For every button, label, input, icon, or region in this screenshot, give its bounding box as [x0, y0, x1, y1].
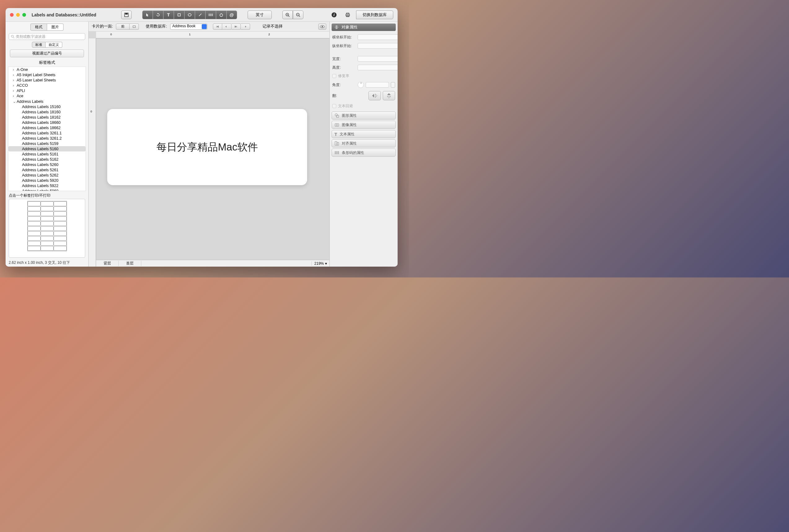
- preview-cell[interactable]: [41, 201, 54, 206]
- text-wrap-checkbox[interactable]: [332, 104, 336, 108]
- tab-image[interactable]: 图片: [47, 23, 63, 31]
- canvas[interactable]: 0 1 2 0 每日分享精品Mac软件 背层 首层 219%: [89, 32, 329, 267]
- tree-parent[interactable]: Ace: [8, 93, 86, 98]
- preview-cell[interactable]: [27, 236, 41, 241]
- zoom-button[interactable]: [22, 13, 26, 17]
- tree-child[interactable]: Address Labels 18160: [8, 109, 86, 115]
- tree-parent[interactable]: A-One: [8, 67, 86, 72]
- angle-input[interactable]: [366, 82, 389, 88]
- label-tree[interactable]: A-One A5 Inkjet Label Sheets A5 Laser La…: [8, 66, 86, 191]
- preview-toggle[interactable]: [318, 23, 326, 30]
- tree-child[interactable]: Address Labels 18660: [8, 120, 86, 125]
- preview-cell[interactable]: [27, 231, 41, 236]
- preview-cell[interactable]: [41, 241, 54, 246]
- preview-cell[interactable]: [41, 206, 54, 211]
- tree-parent[interactable]: ACCO: [8, 83, 86, 88]
- angle-dial[interactable]: [357, 82, 364, 88]
- preview-cell[interactable]: [54, 211, 67, 216]
- line-tool[interactable]: [195, 11, 205, 19]
- counter-tool[interactable]: [216, 11, 226, 19]
- tab-back-layer[interactable]: 背层: [96, 261, 119, 266]
- tree-child[interactable]: Address Labels 18162: [8, 115, 86, 120]
- preview-cell[interactable]: [54, 201, 67, 206]
- label-preview[interactable]: [9, 199, 85, 258]
- preview-cell[interactable]: [41, 211, 54, 216]
- tree-child[interactable]: Address Labels 5261: [8, 167, 86, 172]
- tree-child[interactable]: Address Labels 15160: [8, 104, 86, 109]
- flip-h-button[interactable]: [368, 91, 381, 100]
- close-button[interactable]: [10, 13, 14, 17]
- seg-standard[interactable]: 标准: [32, 42, 45, 48]
- preview-cell[interactable]: [41, 246, 54, 251]
- tree-child[interactable]: Address Labels 5160: [8, 146, 86, 151]
- ellipse-tool[interactable]: [184, 11, 195, 19]
- zoom-in-button[interactable]: [282, 11, 293, 19]
- flip-v-button[interactable]: [383, 91, 395, 100]
- preview-cell[interactable]: [41, 226, 54, 231]
- barcode-props-section[interactable]: 条形码的属性: [332, 149, 396, 157]
- switch-database-button[interactable]: 切换到数据库: [356, 11, 393, 19]
- seg-custom[interactable]: 自定义: [45, 42, 62, 48]
- preview-cell[interactable]: [41, 221, 54, 226]
- text-props-section[interactable]: T文本属性: [332, 130, 396, 138]
- preview-cell[interactable]: [54, 246, 67, 251]
- preview-cell[interactable]: [54, 236, 67, 241]
- nav-next-button[interactable]: [232, 23, 241, 30]
- preview-cell[interactable]: [54, 226, 67, 231]
- unit-button[interactable]: 英寸: [247, 11, 272, 19]
- tree-child[interactable]: Address Labels 5920: [8, 178, 86, 183]
- rect-tool[interactable]: [174, 11, 184, 19]
- tree-child[interactable]: Address Labels 3261.1: [8, 130, 86, 136]
- tree-child[interactable]: Address Labels 3261.2: [8, 136, 86, 141]
- preview-cell[interactable]: [27, 241, 41, 246]
- link-tool[interactable]: @: [226, 11, 237, 19]
- preview-cell[interactable]: [27, 206, 41, 211]
- tree-parent-expanded[interactable]: Address Labels: [8, 98, 86, 104]
- preview-cell[interactable]: [41, 216, 54, 221]
- preview-cell[interactable]: [27, 221, 41, 226]
- tree-child[interactable]: Address Labels 5161: [8, 151, 86, 157]
- preview-cell[interactable]: [54, 206, 67, 211]
- image-props-section[interactable]: 图像属性: [332, 121, 396, 129]
- side-back-button[interactable]: [130, 23, 139, 30]
- x-input[interactable]: [357, 34, 398, 40]
- side-front-button[interactable]: 前: [116, 23, 130, 30]
- preview-cell[interactable]: [27, 201, 41, 206]
- shape-props-section[interactable]: 图形属性: [332, 112, 396, 119]
- label-card[interactable]: 每日分享精品Mac软件: [107, 109, 307, 185]
- view-by-product-button[interactable]: 视图通过产品编号: [10, 50, 84, 57]
- text-tool[interactable]: T: [163, 11, 174, 19]
- width-input[interactable]: [357, 56, 398, 62]
- preview-cell[interactable]: [41, 231, 54, 236]
- nav-prev-button[interactable]: [222, 23, 232, 30]
- tree-child[interactable]: Address Labels 5162: [8, 157, 86, 162]
- zoom-control[interactable]: 219% ▾: [311, 261, 329, 266]
- barcode-tool[interactable]: [205, 11, 216, 19]
- tab-format[interactable]: 格式: [30, 23, 47, 31]
- info-button[interactable]: i: [329, 11, 340, 19]
- preview-cell[interactable]: [41, 236, 54, 241]
- preview-cell[interactable]: [27, 246, 41, 251]
- tree-child[interactable]: Address Labels 5262: [8, 172, 86, 178]
- tab-front-layer[interactable]: 首层: [119, 261, 141, 266]
- print-button[interactable]: [343, 11, 353, 19]
- rotate-tool[interactable]: [153, 11, 163, 19]
- save-button[interactable]: [121, 11, 132, 19]
- preview-cell[interactable]: [27, 216, 41, 221]
- zoom-out-button[interactable]: [293, 11, 304, 19]
- pointer-tool[interactable]: [142, 11, 153, 19]
- angle-stepper[interactable]: [391, 82, 395, 88]
- preview-cell[interactable]: [54, 241, 67, 246]
- preview-cell[interactable]: [54, 231, 67, 236]
- preview-cell[interactable]: [27, 211, 41, 216]
- search-input[interactable]: 类别或数字滤波器: [9, 33, 85, 40]
- tree-parent[interactable]: APLI: [8, 88, 86, 93]
- nav-last-button[interactable]: [241, 23, 250, 30]
- tree-child[interactable]: Address Labels 5159: [8, 141, 86, 146]
- tree-child[interactable]: Address Labels 5922: [8, 183, 86, 188]
- database-select[interactable]: Address Book: [170, 23, 207, 30]
- tree-child[interactable]: Address Labels 5960: [8, 188, 86, 191]
- minimize-button[interactable]: [16, 13, 20, 17]
- tree-child[interactable]: Address Labels 5260: [8, 162, 86, 167]
- preview-cell[interactable]: [27, 226, 41, 231]
